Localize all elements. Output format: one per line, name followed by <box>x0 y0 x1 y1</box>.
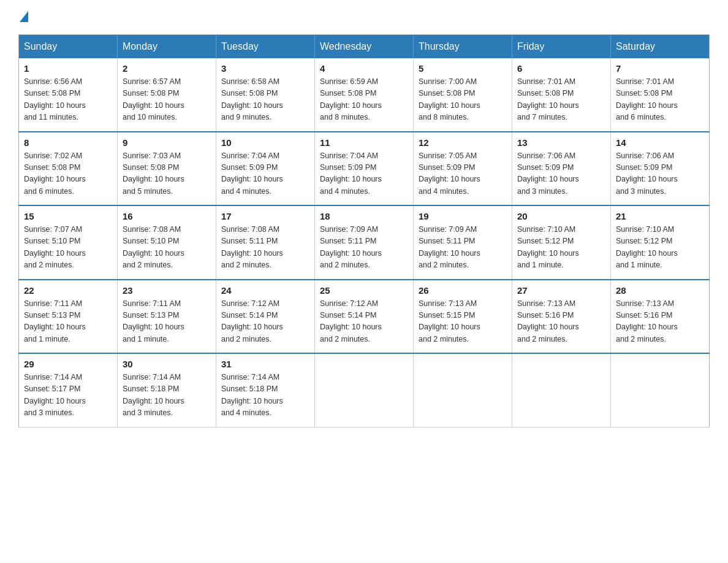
calendar-cell: 17Sunrise: 7:08 AMSunset: 5:11 PMDayligh… <box>216 205 315 280</box>
calendar-cell: 18Sunrise: 7:09 AMSunset: 5:11 PMDayligh… <box>315 205 414 280</box>
calendar-cell <box>512 353 611 427</box>
day-number: 1 <box>24 63 112 74</box>
day-info: Sunrise: 7:10 AMSunset: 5:12 PMDaylight:… <box>616 224 704 272</box>
day-number: 21 <box>616 211 704 221</box>
calendar-week-row: 22Sunrise: 7:11 AMSunset: 5:13 PMDayligh… <box>19 280 710 354</box>
day-info: Sunrise: 7:10 AMSunset: 5:12 PMDaylight:… <box>517 224 605 272</box>
calendar-header-thursday: Thursday <box>414 35 512 59</box>
calendar-header-saturday: Saturday <box>611 35 710 59</box>
day-info: Sunrise: 7:05 AMSunset: 5:09 PMDaylight:… <box>419 150 507 198</box>
calendar-table: SundayMondayTuesdayWednesdayThursdayFrid… <box>18 34 710 427</box>
calendar-cell: 10Sunrise: 7:04 AMSunset: 5:09 PMDayligh… <box>216 132 315 206</box>
day-info: Sunrise: 7:14 AMSunset: 5:18 PMDaylight:… <box>221 372 309 419</box>
day-info: Sunrise: 7:09 AMSunset: 5:11 PMDaylight:… <box>320 224 408 272</box>
day-info: Sunrise: 7:14 AMSunset: 5:18 PMDaylight:… <box>123 372 211 419</box>
calendar-cell: 1Sunrise: 6:56 AMSunset: 5:08 PMDaylight… <box>19 58 118 132</box>
calendar-cell: 27Sunrise: 7:13 AMSunset: 5:16 PMDayligh… <box>512 280 611 354</box>
calendar-cell: 5Sunrise: 7:00 AMSunset: 5:08 PMDaylight… <box>414 58 512 132</box>
calendar-cell: 15Sunrise: 7:07 AMSunset: 5:10 PMDayligh… <box>19 205 118 280</box>
day-info: Sunrise: 7:06 AMSunset: 5:09 PMDaylight:… <box>517 150 605 198</box>
calendar-cell: 28Sunrise: 7:13 AMSunset: 5:16 PMDayligh… <box>611 280 710 354</box>
day-info: Sunrise: 7:07 AMSunset: 5:10 PMDaylight:… <box>24 224 112 272</box>
calendar-header-monday: Monday <box>118 35 216 59</box>
calendar-cell: 12Sunrise: 7:05 AMSunset: 5:09 PMDayligh… <box>414 132 512 206</box>
calendar-week-row: 8Sunrise: 7:02 AMSunset: 5:08 PMDaylight… <box>19 132 710 206</box>
day-number: 16 <box>123 211 211 221</box>
day-info: Sunrise: 7:04 AMSunset: 5:09 PMDaylight:… <box>320 150 408 198</box>
calendar-cell: 14Sunrise: 7:06 AMSunset: 5:09 PMDayligh… <box>611 132 710 206</box>
calendar-cell <box>315 353 414 427</box>
calendar-header-wednesday: Wednesday <box>315 35 414 59</box>
day-info: Sunrise: 7:06 AMSunset: 5:09 PMDaylight:… <box>616 150 704 198</box>
calendar-header-row: SundayMondayTuesdayWednesdayThursdayFrid… <box>19 35 710 59</box>
day-info: Sunrise: 7:01 AMSunset: 5:08 PMDaylight:… <box>616 76 704 124</box>
day-info: Sunrise: 7:13 AMSunset: 5:16 PMDaylight:… <box>616 298 704 346</box>
calendar-cell: 20Sunrise: 7:10 AMSunset: 5:12 PMDayligh… <box>512 205 611 280</box>
page-header <box>18 12 710 23</box>
day-number: 26 <box>419 285 507 296</box>
day-info: Sunrise: 6:57 AMSunset: 5:08 PMDaylight:… <box>123 76 211 124</box>
day-number: 15 <box>24 211 112 221</box>
calendar-week-row: 15Sunrise: 7:07 AMSunset: 5:10 PMDayligh… <box>19 205 710 280</box>
calendar-cell: 30Sunrise: 7:14 AMSunset: 5:18 PMDayligh… <box>118 353 216 427</box>
calendar-cell: 7Sunrise: 7:01 AMSunset: 5:08 PMDaylight… <box>611 58 710 132</box>
day-number: 6 <box>517 63 605 74</box>
day-info: Sunrise: 7:09 AMSunset: 5:11 PMDaylight:… <box>419 224 507 272</box>
calendar-cell: 3Sunrise: 6:58 AMSunset: 5:08 PMDaylight… <box>216 58 315 132</box>
day-number: 12 <box>419 137 507 148</box>
day-number: 8 <box>24 137 112 148</box>
logo-triangle-icon <box>20 11 28 22</box>
day-info: Sunrise: 7:03 AMSunset: 5:08 PMDaylight:… <box>123 150 211 198</box>
day-info: Sunrise: 7:11 AMSunset: 5:13 PMDaylight:… <box>24 298 112 346</box>
calendar-cell: 16Sunrise: 7:08 AMSunset: 5:10 PMDayligh… <box>118 205 216 280</box>
day-info: Sunrise: 7:08 AMSunset: 5:10 PMDaylight:… <box>123 224 211 272</box>
calendar-cell: 19Sunrise: 7:09 AMSunset: 5:11 PMDayligh… <box>414 205 512 280</box>
day-number: 23 <box>123 285 211 296</box>
day-number: 14 <box>616 137 704 148</box>
day-info: Sunrise: 7:13 AMSunset: 5:16 PMDaylight:… <box>517 298 605 346</box>
day-number: 30 <box>123 359 211 369</box>
calendar-cell: 26Sunrise: 7:13 AMSunset: 5:15 PMDayligh… <box>414 280 512 354</box>
day-number: 20 <box>517 211 605 221</box>
day-number: 18 <box>320 211 408 221</box>
calendar-cell: 21Sunrise: 7:10 AMSunset: 5:12 PMDayligh… <box>611 205 710 280</box>
day-number: 7 <box>616 63 704 74</box>
day-number: 24 <box>221 285 309 296</box>
calendar-header-tuesday: Tuesday <box>216 35 315 59</box>
logo <box>18 12 29 23</box>
calendar-cell: 6Sunrise: 7:01 AMSunset: 5:08 PMDaylight… <box>512 58 611 132</box>
calendar-cell: 29Sunrise: 7:14 AMSunset: 5:17 PMDayligh… <box>19 353 118 427</box>
calendar-cell: 8Sunrise: 7:02 AMSunset: 5:08 PMDaylight… <box>19 132 118 206</box>
day-number: 29 <box>24 359 112 369</box>
day-info: Sunrise: 7:12 AMSunset: 5:14 PMDaylight:… <box>221 298 309 346</box>
day-info: Sunrise: 7:13 AMSunset: 5:15 PMDaylight:… <box>419 298 507 346</box>
calendar-week-row: 29Sunrise: 7:14 AMSunset: 5:17 PMDayligh… <box>19 353 710 427</box>
day-info: Sunrise: 7:11 AMSunset: 5:13 PMDaylight:… <box>123 298 211 346</box>
calendar-cell <box>414 353 512 427</box>
day-number: 3 <box>221 63 309 74</box>
day-number: 28 <box>616 285 704 296</box>
calendar-cell: 22Sunrise: 7:11 AMSunset: 5:13 PMDayligh… <box>19 280 118 354</box>
day-number: 31 <box>221 359 309 369</box>
day-number: 22 <box>24 285 112 296</box>
calendar-cell: 31Sunrise: 7:14 AMSunset: 5:18 PMDayligh… <box>216 353 315 427</box>
day-info: Sunrise: 7:04 AMSunset: 5:09 PMDaylight:… <box>221 150 309 198</box>
day-info: Sunrise: 7:01 AMSunset: 5:08 PMDaylight:… <box>517 76 605 124</box>
day-number: 27 <box>517 285 605 296</box>
calendar-header-sunday: Sunday <box>19 35 118 59</box>
day-info: Sunrise: 7:12 AMSunset: 5:14 PMDaylight:… <box>320 298 408 346</box>
day-number: 5 <box>419 63 507 74</box>
day-info: Sunrise: 7:00 AMSunset: 5:08 PMDaylight:… <box>419 76 507 124</box>
calendar-cell: 24Sunrise: 7:12 AMSunset: 5:14 PMDayligh… <box>216 280 315 354</box>
calendar-cell <box>611 353 710 427</box>
calendar-cell: 2Sunrise: 6:57 AMSunset: 5:08 PMDaylight… <box>118 58 216 132</box>
calendar-cell: 9Sunrise: 7:03 AMSunset: 5:08 PMDaylight… <box>118 132 216 206</box>
calendar-cell: 25Sunrise: 7:12 AMSunset: 5:14 PMDayligh… <box>315 280 414 354</box>
day-number: 13 <box>517 137 605 148</box>
day-info: Sunrise: 7:08 AMSunset: 5:11 PMDaylight:… <box>221 224 309 272</box>
day-info: Sunrise: 6:58 AMSunset: 5:08 PMDaylight:… <box>221 76 309 124</box>
day-info: Sunrise: 6:56 AMSunset: 5:08 PMDaylight:… <box>24 76 112 124</box>
day-number: 2 <box>123 63 211 74</box>
day-number: 4 <box>320 63 408 74</box>
day-number: 9 <box>123 137 211 148</box>
